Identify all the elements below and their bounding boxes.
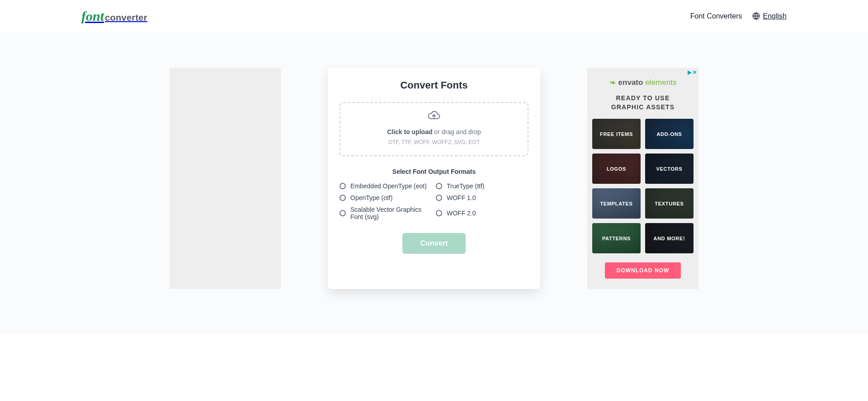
ad-tile-free-items[interactable]: FREE ITEMS <box>592 119 641 149</box>
radio-icon <box>340 195 346 201</box>
ad-brand1: envato <box>618 78 643 87</box>
radio-icon <box>436 183 442 189</box>
cloud-upload-icon <box>427 111 441 121</box>
format-label: OpenType (otf) <box>350 194 392 201</box>
upload-primary-text: Click to upload or drag and drop <box>345 128 523 135</box>
ad-tiles: FREE ITEMS ADD-ONS LOGOS VECTORS TEMPLAT… <box>592 119 693 253</box>
ad-headline: READY TO USE GRAPHIC ASSETS <box>611 94 675 112</box>
left-ad-placeholder <box>170 68 281 289</box>
logo[interactable]: font converter <box>81 9 147 24</box>
output-formats-label: Select Font Output Formats <box>340 168 528 175</box>
page-body: Convert Fonts Click to upload or drag an… <box>0 33 868 334</box>
main-nav: Font Converters English <box>690 12 787 20</box>
format-option-eot[interactable]: Embedded OpenType (eot) <box>340 182 432 190</box>
language-selector[interactable]: English <box>752 12 787 20</box>
content-container: Convert Fonts Click to upload or drag an… <box>170 68 698 289</box>
format-option-woff2[interactable]: WOFF 2.0 <box>436 206 528 220</box>
globe-icon <box>752 12 760 20</box>
upload-rest: or drag and drop <box>432 128 481 135</box>
ad-headline-line2: GRAPHIC ASSETS <box>611 103 675 111</box>
adchoices-badge[interactable]: ✕ <box>688 70 697 75</box>
radio-icon <box>340 210 346 216</box>
radio-icon <box>340 183 346 189</box>
logo-script-text: font <box>81 9 104 24</box>
leaf-icon: ❧ <box>609 78 616 88</box>
logo-text: converter <box>105 13 147 23</box>
convert-button[interactable]: Convert <box>402 233 466 254</box>
format-option-otf[interactable]: OpenType (otf) <box>340 194 432 201</box>
right-ad[interactable]: ✕ ❧ envatoelements READY TO USE GRAPHIC … <box>587 68 698 289</box>
format-label: TrueType (ttf) <box>447 182 485 190</box>
adchoices-icon <box>688 70 692 75</box>
language-label: English <box>763 12 787 20</box>
ad-close-icon: ✕ <box>693 70 697 75</box>
ad-tile-textures[interactable]: TEXTURES <box>645 188 693 219</box>
ad-tile-patterns[interactable]: PATTERNS <box>592 223 641 253</box>
radio-icon <box>436 195 442 201</box>
ad-download-button[interactable]: DOWNLOAD NOW <box>605 262 681 279</box>
format-label: WOFF 2.0 <box>447 210 476 217</box>
format-option-woff1[interactable]: WOFF 1.0 <box>436 194 528 201</box>
format-option-ttf[interactable]: TrueType (ttf) <box>436 182 528 190</box>
upload-bold: Click to upload <box>387 128 432 135</box>
ad-tile-logos[interactable]: LOGOS <box>592 154 641 184</box>
ad-brand2: elements <box>645 78 676 87</box>
upload-dropzone[interactable]: Click to upload or drag and drop OTF, TT… <box>340 102 528 156</box>
ad-logo: ❧ envatoelements <box>609 78 677 88</box>
format-option-svg[interactable]: Scalable Vector Graphics Font (svg) <box>340 206 432 220</box>
radio-icon <box>436 210 442 216</box>
format-label: Scalable Vector Graphics Font (svg) <box>350 206 432 220</box>
site-header: font converter Font Converters English <box>0 0 868 33</box>
ad-tile-templates[interactable]: TEMPLATES <box>592 188 641 219</box>
converter-card: Convert Fonts Click to upload or drag an… <box>328 68 540 289</box>
card-title: Convert Fonts <box>340 79 528 91</box>
format-label: Embedded OpenType (eot) <box>350 182 427 190</box>
formats-grid: Embedded OpenType (eot) TrueType (ttf) O… <box>340 182 528 220</box>
format-label: WOFF 1.0 <box>447 194 476 201</box>
ad-tile-vectors[interactable]: VECTORS <box>645 154 693 184</box>
upload-formats-hint: OTF, TTF, WOFF, WOFF2, SVG, EOT <box>345 139 523 145</box>
ad-tile-add-ons[interactable]: ADD-ONS <box>645 119 693 149</box>
ad-tile-and-more[interactable]: AND MORE! <box>645 223 693 253</box>
nav-font-converters[interactable]: Font Converters <box>690 12 742 20</box>
ad-headline-line1: READY TO USE <box>616 94 670 102</box>
